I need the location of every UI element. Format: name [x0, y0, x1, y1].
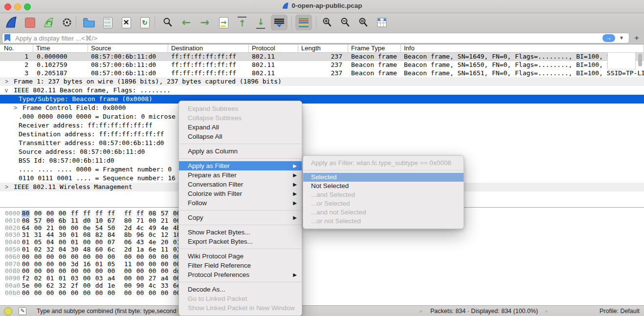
hex-byte[interactable]: 62: [46, 282, 54, 290]
hex-byte[interactable]: 16: [83, 261, 91, 268]
hex-byte[interactable]: 00: [34, 282, 42, 290]
go-to-packet-icon[interactable]: →: [215, 15, 232, 30]
hex-byte[interactable]: 20: [160, 239, 169, 246]
hex-byte[interactable]: 00: [95, 253, 103, 261]
hex-byte[interactable]: 3d: [70, 261, 79, 268]
stop-capture-icon[interactable]: [22, 15, 38, 30]
column-header-no-[interactable]: No.: [0, 44, 33, 52]
hex-byte[interactable]: 00: [160, 253, 169, 261]
hex-byte[interactable]: 00: [34, 225, 42, 232]
menu-item-decode-as[interactable]: Decode As...: [179, 285, 302, 294]
hex-byte[interactable]: 00: [46, 253, 54, 261]
menu-item-not-selected[interactable]: Not Selected: [303, 182, 464, 190]
hex-byte[interactable]: 57: [160, 210, 169, 217]
hex-byte[interactable]: 11: [124, 261, 132, 268]
hex-row[interactable]: 0070000000003d1601051100000000: [0, 261, 644, 268]
hex-byte[interactable]: 00: [34, 253, 42, 261]
hex-byte[interactable]: 00: [95, 268, 103, 275]
menu-item-copy[interactable]: Copy▶: [179, 213, 302, 222]
hex-byte[interactable]: 05: [107, 261, 115, 268]
menu-item-follow[interactable]: Follow▶: [179, 198, 302, 208]
hex-byte[interactable]: ff: [136, 210, 144, 217]
hex-byte[interactable]: 00: [83, 275, 91, 282]
hex-byte[interactable]: 01: [22, 246, 30, 253]
menu-item-protocol-preferences[interactable]: Protocol Preferences▶: [179, 270, 302, 279]
hex-byte[interactable]: 00: [124, 268, 132, 275]
detail-line[interactable]: >Frame 1: 237 bytes on wire (1896 bits),…: [0, 77, 644, 86]
capture-options-icon[interactable]: [59, 15, 75, 30]
hex-byte[interactable]: 00: [148, 253, 156, 261]
detail-line[interactable]: Receiver address: ff:ff:ff:ff:ff:ff: [0, 121, 644, 130]
menu-item-filter-field-reference[interactable]: Filter Field Reference: [179, 261, 302, 270]
colorize-toggle-icon[interactable]: [295, 15, 312, 30]
hex-byte[interactable]: 02: [34, 275, 42, 282]
hex-byte[interactable]: 00: [83, 290, 91, 297]
filter-history-caret-icon[interactable]: ▼: [619, 35, 624, 41]
chevron-expanded-icon[interactable]: v: [5, 86, 8, 95]
menu-item-show-packet-bytes[interactable]: Show Packet Bytes...: [179, 228, 302, 237]
hex-byte[interactable]: 80: [22, 210, 30, 217]
hex-row[interactable]: 00b000000000000000000000000000: [0, 290, 644, 297]
hex-byte[interactable]: 00: [58, 268, 67, 275]
hex-byte[interactable]: 00: [70, 225, 79, 232]
packet-row[interactable]: 10.00000008:57:00:6b:11:d0ff:ff:ff:ff:ff…: [0, 53, 644, 61]
hex-byte[interactable]: 00: [46, 268, 54, 275]
hex-byte[interactable]: 8b: [124, 232, 132, 239]
hex-byte[interactable]: 00: [34, 210, 42, 217]
packet-row[interactable]: 20.10275908:57:00:6b:11:d0ff:ff:ff:ff:ff…: [0, 61, 644, 69]
hex-byte[interactable]: 00: [136, 253, 144, 261]
display-filter-input[interactable]: Apply a display filter ...<⌘/> → ▼: [2, 33, 629, 43]
hex-byte[interactable]: 01: [46, 275, 54, 282]
hex-row[interactable]: 0040010504000100000706434e2001: [0, 239, 644, 246]
hex-byte[interactable]: 08: [148, 210, 156, 217]
hex-byte[interactable]: 4e: [160, 225, 169, 232]
hex-byte[interactable]: 07: [107, 239, 115, 246]
column-header-protocol[interactable]: Protocol: [249, 44, 298, 52]
hex-byte[interactable]: ff: [107, 210, 115, 217]
hex-byte[interactable]: 57: [34, 217, 42, 225]
hex-byte[interactable]: 00: [58, 261, 67, 268]
hex-byte[interactable]: 2f: [70, 282, 79, 290]
hex-byte[interactable]: 44: [46, 232, 54, 239]
hex-byte[interactable]: 43: [136, 239, 144, 246]
save-file-icon[interactable]: 010101100010: [99, 15, 116, 30]
apply-filter-button[interactable]: →: [602, 34, 615, 42]
go-last-icon[interactable]: ↓: [252, 15, 269, 30]
hex-byte[interactable]: 6e: [148, 246, 156, 253]
hex-byte[interactable]: 08: [22, 217, 30, 225]
hex-row[interactable]: 0090f2020101030003a4000027a400: [0, 275, 644, 282]
chevron-collapsed-icon[interactable]: >: [14, 104, 17, 112]
find-packet-icon[interactable]: [159, 15, 176, 30]
hex-byte[interactable]: 00: [124, 275, 132, 282]
hex-byte[interactable]: 00: [107, 253, 115, 261]
wireshark-fin-icon[interactable]: [3, 15, 20, 30]
hex-byte[interactable]: 84: [107, 232, 115, 239]
hex-byte[interactable]: 01: [58, 275, 67, 282]
column-header-frame-type[interactable]: Frame Type: [348, 44, 401, 52]
detail-line[interactable]: Transmitter address: 08:57:00:6b:11:d0: [0, 139, 644, 147]
hex-byte[interactable]: 03: [70, 275, 79, 282]
filter-bookmark-icon[interactable]: [4, 34, 10, 42]
hex-byte[interactable]: ff: [83, 210, 91, 217]
column-header-length[interactable]: Length: [298, 44, 348, 52]
profile-text[interactable]: Profile: Default: [600, 308, 640, 315]
detail-line[interactable]: vIEEE 802.11 Beacon frame, Flags: ......…: [0, 86, 644, 95]
hex-byte[interactable]: 00: [70, 290, 79, 297]
hex-byte[interactable]: 00: [83, 268, 91, 275]
hex-byte[interactable]: 00: [34, 261, 42, 268]
add-filter-button[interactable]: +: [634, 33, 639, 43]
hex-byte[interactable]: 00: [107, 268, 115, 275]
hex-byte[interactable]: 21: [160, 217, 169, 225]
go-back-icon[interactable]: ←: [178, 15, 195, 30]
hex-byte[interactable]: 00: [95, 290, 103, 297]
detail-line[interactable]: Destination address: ff:ff:ff:ff:ff:ff: [0, 130, 644, 139]
hex-byte[interactable]: 31: [34, 232, 42, 239]
hex-byte[interactable]: 11: [160, 246, 169, 253]
hex-byte[interactable]: a4: [107, 275, 115, 282]
hex-byte[interactable]: 50: [107, 225, 115, 232]
chevron-collapsed-icon[interactable]: >: [5, 183, 8, 191]
hex-byte[interactable]: 00: [46, 210, 54, 217]
detail-line[interactable]: >Frame Control Field: 0x8000: [0, 104, 644, 112]
menu-item-wiki-protocol-page[interactable]: Wiki Protocol Page: [179, 252, 302, 261]
hex-byte[interactable]: 32: [58, 282, 67, 290]
